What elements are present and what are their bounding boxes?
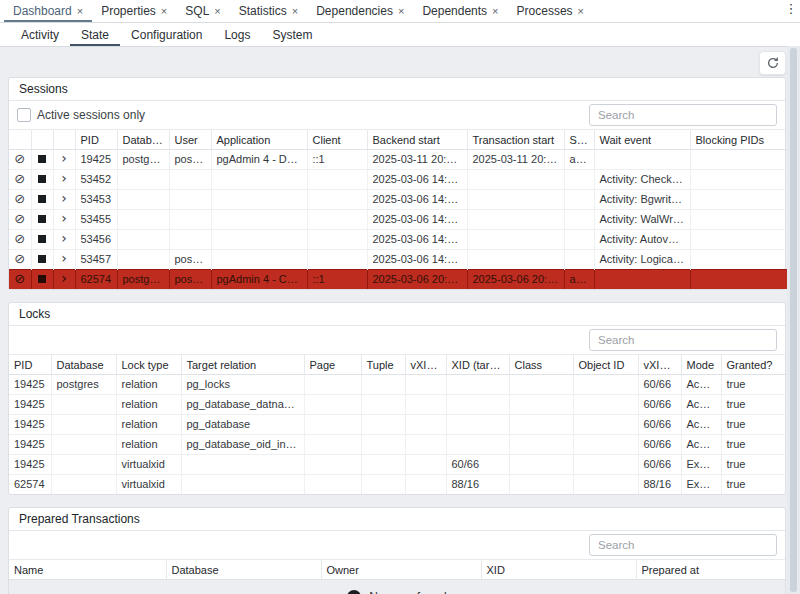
- cell-lock-type[interactable]: virtualxid: [116, 475, 181, 495]
- cell-pid[interactable]: 19425: [9, 395, 51, 415]
- cell-client[interactable]: [307, 190, 367, 210]
- column-header-database[interactable]: Database: [51, 355, 116, 375]
- cell-transaction-start[interactable]: 2025-03-11 20:22:36 ...: [467, 150, 564, 170]
- cell-target-relation[interactable]: pg_database_oid_index: [181, 435, 304, 455]
- cell-lock-type[interactable]: relation: [116, 435, 181, 455]
- cell-object-id[interactable]: [573, 475, 638, 495]
- cell-tuple[interactable]: [361, 375, 405, 395]
- lock-row[interactable]: 19425relationpg_database_datname_ind...6…: [9, 395, 787, 415]
- session-row[interactable]: ⊘›534562025-03-06 14:10:11 ...Activity: …: [9, 230, 787, 250]
- cell-pid[interactable]: 19425: [9, 435, 51, 455]
- cell-vxid-t-[interactable]: [405, 475, 446, 495]
- cell-tuple[interactable]: [361, 395, 405, 415]
- cell-database[interactable]: [117, 210, 169, 230]
- cell-pid[interactable]: 53455: [75, 210, 117, 230]
- cell-tuple[interactable]: [361, 475, 405, 495]
- cell-database[interactable]: [117, 170, 169, 190]
- expand-row-icon[interactable]: ›: [61, 192, 67, 204]
- cell-backend-start[interactable]: 2025-03-06 14:10:11 ...: [367, 170, 467, 190]
- column-header-client[interactable]: Client: [307, 130, 367, 150]
- cell-user[interactable]: postgr...: [169, 150, 211, 170]
- cell-lock-type[interactable]: relation: [116, 375, 181, 395]
- cell-database[interactable]: [117, 250, 169, 270]
- lock-row[interactable]: 19425relationpg_database60/66Acces...tru…: [9, 415, 787, 435]
- cancel-session-icon[interactable]: ⊘: [14, 152, 25, 165]
- cell-xid-target-[interactable]: [446, 435, 509, 455]
- column-header-database[interactable]: Database: [117, 130, 169, 150]
- cell-database[interactable]: [51, 395, 116, 415]
- column-header-database[interactable]: Database: [166, 560, 321, 580]
- cell-mode[interactable]: Acces...: [681, 435, 721, 455]
- cell-wait-event[interactable]: Activity: BgwriterHib...: [594, 190, 690, 210]
- column-header-lock-type[interactable]: Lock type: [116, 355, 181, 375]
- cell-backend-start[interactable]: 2025-03-06 20:44:25 ...: [367, 270, 467, 290]
- locks-search-input[interactable]: [589, 329, 777, 351]
- cell-vxid-t-[interactable]: [405, 375, 446, 395]
- tab-dependents[interactable]: Dependents×: [413, 0, 507, 22]
- cell-backend-start[interactable]: 2025-03-06 14:10:11 ...: [367, 210, 467, 230]
- cancel-session-icon[interactable]: ⊘: [14, 192, 25, 205]
- cell-tuple[interactable]: [361, 435, 405, 455]
- cell-target-relation[interactable]: [181, 455, 304, 475]
- cell-mode[interactable]: Acces...: [681, 415, 721, 435]
- cell-class[interactable]: [509, 475, 573, 495]
- cell-application[interactable]: [211, 210, 307, 230]
- cell-vxid-[interactable]: 60/66: [638, 455, 681, 475]
- cell-granted-[interactable]: true: [721, 455, 787, 475]
- cell-state[interactable]: [564, 250, 594, 270]
- active-sessions-filter[interactable]: Active sessions only: [17, 108, 145, 122]
- cell-database[interactable]: [51, 475, 116, 495]
- cell-backend-start[interactable]: 2025-03-06 14:10:11 ...: [367, 190, 467, 210]
- cell-pid[interactable]: 19425: [9, 375, 51, 395]
- terminate-session-icon[interactable]: [38, 175, 46, 183]
- tab-processes[interactable]: Processes×: [508, 0, 593, 22]
- scrollbar-thumb[interactable]: [790, 48, 797, 592]
- cell-object-id[interactable]: [573, 415, 638, 435]
- close-icon[interactable]: ×: [578, 6, 584, 17]
- lock-row[interactable]: 62574virtualxid88/1688/16Exclusi...true: [9, 475, 787, 495]
- cell-xid-target-[interactable]: [446, 395, 509, 415]
- column-header-state[interactable]: State: [564, 130, 594, 150]
- cell-state[interactable]: [564, 210, 594, 230]
- refresh-button[interactable]: [759, 51, 786, 75]
- cell-database[interactable]: [51, 415, 116, 435]
- subtab-state[interactable]: State: [70, 23, 120, 46]
- cell-state[interactable]: [564, 190, 594, 210]
- cell-class[interactable]: [509, 455, 573, 475]
- cell-state[interactable]: [564, 170, 594, 190]
- cell-xid-target-[interactable]: 88/16: [446, 475, 509, 495]
- column-header-backend-start[interactable]: Backend start: [367, 130, 467, 150]
- cell-database[interactable]: [51, 435, 116, 455]
- expand-row-icon[interactable]: ›: [61, 152, 67, 164]
- cell-mode[interactable]: Acces...: [681, 395, 721, 415]
- cell-class[interactable]: [509, 395, 573, 415]
- subtab-configuration[interactable]: Configuration: [120, 23, 213, 46]
- subtab-system[interactable]: System: [261, 23, 323, 46]
- cell-database[interactable]: [117, 190, 169, 210]
- terminate-session-icon[interactable]: [38, 235, 46, 243]
- cell-xid-target-[interactable]: [446, 375, 509, 395]
- cell-application[interactable]: [211, 190, 307, 210]
- expand-row-icon[interactable]: ›: [61, 172, 67, 184]
- cell-page[interactable]: [304, 415, 361, 435]
- cell-application[interactable]: pgAdmin 4 - CONN:6...: [211, 270, 307, 290]
- tab-dependencies[interactable]: Dependencies×: [307, 0, 413, 22]
- cancel-session-icon[interactable]: ⊘: [14, 232, 25, 245]
- cell-wait-event[interactable]: [594, 150, 690, 170]
- column-header-xid-target-[interactable]: XID (target): [446, 355, 509, 375]
- prepared-search-input[interactable]: [589, 534, 777, 556]
- cell-granted-[interactable]: true: [721, 435, 787, 455]
- cell-pid[interactable]: 62574: [75, 270, 117, 290]
- cell-transaction-start[interactable]: [467, 170, 564, 190]
- cell-application[interactable]: [211, 250, 307, 270]
- cell-page[interactable]: [304, 475, 361, 495]
- cell-state[interactable]: [564, 230, 594, 250]
- session-row[interactable]: ⊘›534532025-03-06 14:10:11 ...Activity: …: [9, 190, 787, 210]
- cell-vxid-[interactable]: 60/66: [638, 395, 681, 415]
- cell-application[interactable]: [211, 170, 307, 190]
- cell-client[interactable]: [307, 210, 367, 230]
- column-header-vxid-[interactable]: vXID (...: [638, 355, 681, 375]
- terminate-session-icon[interactable]: [38, 195, 46, 203]
- column-header-granted-[interactable]: Granted?: [721, 355, 787, 375]
- session-row[interactable]: ⊘›62574postgrespostgr...pgAdmin 4 - CONN…: [9, 270, 787, 290]
